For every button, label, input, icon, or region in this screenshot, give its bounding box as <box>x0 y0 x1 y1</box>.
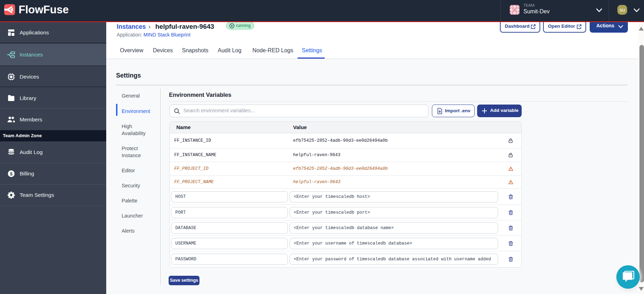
svg-text:$: $ <box>10 171 13 176</box>
